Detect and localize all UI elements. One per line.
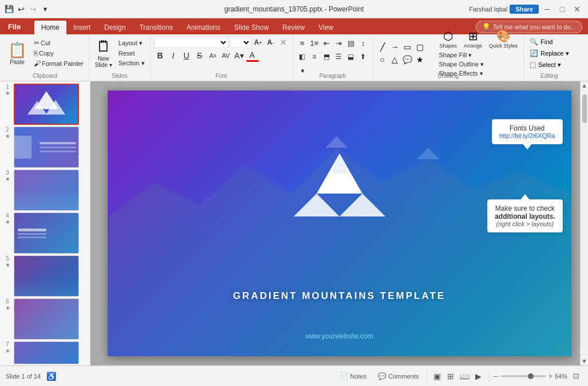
justify-button[interactable]: ☰ [333, 50, 345, 63]
line-spacing-button[interactable]: ↕ [357, 37, 369, 49]
paste-label: Paste [10, 59, 25, 65]
section-button[interactable]: Section ▾ [117, 59, 147, 68]
maximize-button[interactable]: □ [556, 3, 569, 15]
fit-to-window-button[interactable]: ⊡ [570, 370, 582, 383]
quick-styles-icon: 🎨 [496, 29, 511, 43]
slide-thumb-2[interactable]: 2 ★ [2, 127, 88, 168]
reading-view-button[interactable]: 📖 [458, 370, 471, 383]
font-size-select[interactable] [230, 37, 251, 48]
slide-thumb-4[interactable]: 4 ★ [2, 212, 88, 254]
reset-button[interactable]: Reset [117, 49, 147, 57]
slide-thumb-1[interactable]: 1 ★ [2, 84, 88, 125]
redo-button[interactable]: ↪ [27, 3, 39, 15]
shape-fill-button[interactable]: Shape Fill ▾ [437, 51, 520, 60]
notes-button[interactable]: 📄 Notes [337, 371, 370, 381]
numbering-button[interactable]: 1≡ [309, 37, 320, 49]
line-shape[interactable]: ╱ [377, 41, 388, 53]
minimize-button[interactable]: ─ [541, 3, 554, 15]
tab-animations[interactable]: Animations [180, 21, 227, 34]
normal-view-button[interactable]: ▣ [431, 370, 443, 383]
bold-button[interactable]: B [154, 49, 167, 62]
scroll-thumb[interactable] [582, 94, 587, 123]
shape-outline-button[interactable]: Shape Outline ▾ [437, 60, 520, 69]
text-direction-button[interactable]: ⬆ [357, 50, 369, 63]
tab-review[interactable]: Review [275, 21, 311, 34]
accessibility-button[interactable]: ♿ [46, 372, 56, 381]
share-button[interactable]: Share [510, 5, 539, 14]
align-left-button[interactable]: ◧ [297, 50, 308, 63]
align-center-button[interactable]: ≡ [309, 50, 320, 63]
select-button[interactable]: ⬚ Select ▾ [527, 60, 571, 70]
decrease-font-button[interactable]: A- [265, 37, 277, 48]
zoom-minus-button[interactable]: ─ [493, 372, 498, 380]
zoom-plus-button[interactable]: + [548, 372, 553, 380]
slide-thumb-3[interactable]: 3 ★ [2, 170, 88, 211]
save-button[interactable]: 💾 [3, 3, 15, 15]
scissors-icon: ✂ [34, 39, 40, 47]
slide-thumb-6[interactable]: 6 ★ [2, 298, 88, 340]
font-size-dropdown-button[interactable]: A▾ [233, 49, 246, 62]
callout-shape[interactable]: 💬 [402, 54, 413, 65]
text-shadow-button[interactable]: As [207, 49, 219, 62]
text-columns-button[interactable]: ⬓ [345, 50, 357, 63]
main-slide: GRADIENT MOUNTAINS TEMPLATE www.yourwebs… [108, 90, 571, 356]
arrow-shape[interactable]: → [389, 41, 401, 53]
vertical-scrollbar[interactable]: ▲ ▼ [580, 81, 588, 365]
shapes-button[interactable]: ⬡ Shapes [437, 28, 460, 50]
new-slide-button[interactable]: 🗒 New Slide ▾ [93, 37, 115, 69]
callout-layouts: Make sure to check additional layouts. (… [487, 199, 562, 233]
align-right-button[interactable]: ⬒ [321, 50, 332, 63]
smart-art-button[interactable]: ♦ [297, 64, 309, 77]
tab-insert[interactable]: Insert [66, 21, 97, 34]
italic-button[interactable]: I [167, 49, 180, 62]
col-count-button[interactable]: ▤ [345, 37, 357, 49]
tab-view[interactable]: View [311, 21, 340, 34]
scroll-up-button[interactable]: ▲ [582, 82, 587, 89]
font-family-select[interactable] [154, 37, 228, 48]
copy-button[interactable]: ⎘ Copy [32, 49, 85, 58]
new-slide-label: New [98, 56, 109, 62]
layout-button[interactable]: Layout ▾ [117, 39, 147, 48]
slide-sorter-button[interactable]: ⊞ [444, 370, 457, 383]
tab-file[interactable]: File [0, 18, 29, 34]
tab-slideshow[interactable]: Slide Show [227, 21, 275, 34]
replace-button[interactable]: 🔄 Replace ▾ [527, 48, 571, 58]
decrease-indent-button[interactable]: ⇤ [321, 37, 332, 49]
star-shape[interactable]: ★ [415, 54, 426, 65]
quick-styles-button[interactable]: 🎨 Quick Styles [487, 28, 520, 50]
callout-fonts: Fonts Used http://bit.ly/2i6XQRa [492, 119, 563, 144]
slideshow-view-button[interactable]: ▶ [472, 370, 484, 383]
cut-button[interactable]: ✂ Cut [32, 38, 85, 48]
slide-count-label: Slide 1 of 14 [6, 373, 41, 380]
char-spacing-button[interactable]: AV [220, 49, 232, 62]
strikethrough-button[interactable]: S [194, 49, 206, 62]
tab-home[interactable]: Home [34, 21, 66, 34]
editing-label: Editing [540, 73, 558, 79]
underline-button[interactable]: U [180, 49, 193, 62]
close-button[interactable]: ✕ [571, 3, 583, 15]
comments-button[interactable]: 💬 Comments [374, 371, 422, 381]
clear-format-button[interactable]: ✕ [278, 37, 289, 48]
circle-shape[interactable]: ○ [377, 54, 388, 65]
zoom-slider[interactable] [500, 375, 546, 377]
tab-design[interactable]: Design [97, 21, 132, 34]
triangle-shape[interactable]: △ [389, 54, 401, 65]
increase-indent-button[interactable]: ⇥ [333, 37, 345, 49]
canvas-area[interactable]: GRADIENT MOUNTAINS TEMPLATE www.yourwebs… [90, 81, 588, 365]
customize-qat-button[interactable]: ▼ [40, 3, 51, 15]
arrange-button[interactable]: ⊞ Arrange [461, 28, 484, 50]
undo-button[interactable]: ↩ [15, 3, 27, 15]
slide-thumb-5[interactable]: 5 ★ [2, 255, 88, 297]
find-button[interactable]: 🔍 Find [527, 37, 571, 47]
scroll-down-button[interactable]: ▼ [582, 358, 587, 364]
rounded-rect-shape[interactable]: ▢ [415, 41, 426, 53]
bullets-button[interactable]: ≡ [297, 37, 308, 49]
callout-arrow-up [520, 194, 530, 200]
slide-thumb-7[interactable]: 7 ★ [2, 341, 88, 364]
increase-font-button[interactable]: A+ [252, 37, 264, 48]
font-color-button[interactable]: A [246, 49, 259, 62]
rect-shape[interactable]: ▭ [402, 41, 413, 53]
tab-transitions[interactable]: Transitions [132, 21, 179, 34]
format-painter-button[interactable]: 🖌 Format Painter [32, 59, 85, 68]
paste-button[interactable]: 📋 Paste [5, 40, 30, 66]
